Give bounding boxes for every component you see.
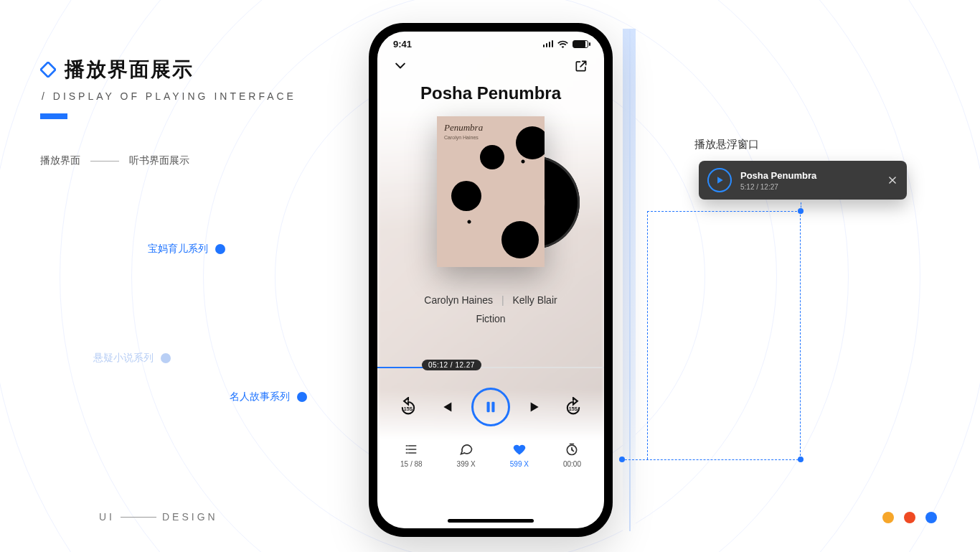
- signal-icon: [543, 40, 554, 47]
- color-chips: [882, 512, 937, 523]
- skip-next-icon: [528, 399, 544, 415]
- author-name: Carolyn Haines: [424, 294, 493, 306]
- forward-15-icon: 15S: [563, 397, 583, 417]
- home-indicator: [448, 519, 534, 523]
- cover-author: Carolyn Haines: [444, 135, 479, 140]
- previous-button[interactable]: [434, 395, 458, 419]
- comments-button[interactable]: 399 X: [457, 442, 476, 468]
- svg-rect-3: [491, 402, 494, 413]
- wifi-icon: [557, 40, 568, 48]
- flower-deco: [501, 221, 539, 258]
- comments-count: 399 X: [457, 460, 476, 468]
- breadcrumb-part: 播放界面: [40, 154, 80, 167]
- status-bar: 9:41: [377, 32, 604, 56]
- dot-icon: [161, 353, 171, 363]
- svg-text:15S: 15S: [569, 406, 578, 411]
- dot-icon: [215, 244, 225, 254]
- narrator-name: Kelly Blair: [512, 294, 557, 306]
- svg-rect-2: [487, 402, 490, 413]
- chevron-down-icon: [393, 59, 407, 73]
- genre-label: Fiction: [377, 313, 604, 324]
- accent-bar: [40, 113, 67, 119]
- svg-rect-0: [41, 62, 56, 78]
- callout-line: [647, 211, 648, 459]
- footer-text: UI: [99, 511, 115, 523]
- page-header: 播放界面展示 / DISPLAY OF PLAYING INTERFACE: [40, 56, 296, 119]
- chip-blue: [925, 512, 937, 523]
- callout-line: [801, 202, 801, 214]
- separator: |: [501, 294, 504, 306]
- flower-deco: [516, 126, 545, 159]
- timer-value: 00:00: [563, 460, 581, 468]
- callout-dot: [798, 208, 804, 214]
- rewind-15-button[interactable]: 15S: [396, 395, 420, 419]
- battery-icon: [573, 40, 588, 48]
- mini-title: Posha Penumbra: [740, 170, 878, 181]
- book-cover: Penumbra Carolyn Haines: [437, 116, 545, 267]
- next-button[interactable]: [524, 395, 548, 419]
- mini-close-button[interactable]: [887, 174, 898, 186]
- clock-icon: [564, 442, 580, 457]
- credits-line: Carolyn Haines | Kelly Blair: [377, 294, 604, 306]
- mini-time: 5:12 / 12:27: [740, 183, 878, 191]
- dot-icon: [297, 392, 307, 402]
- footer-mark: UI DESIGN: [99, 511, 218, 523]
- pause-icon: [483, 399, 499, 415]
- tag-label: 名人故事系列: [230, 390, 290, 403]
- breadcrumb-part: 听书界面展示: [129, 154, 189, 167]
- collapse-button[interactable]: [393, 59, 407, 73]
- bottom-bar: 15 / 88 399 X 599 X 00:00: [377, 426, 604, 468]
- progress-bar[interactable]: 05:12 / 12.27: [377, 362, 604, 373]
- pause-button[interactable]: [471, 388, 510, 426]
- svg-text:15S: 15S: [404, 406, 413, 411]
- flower-deco: [480, 145, 504, 169]
- skip-previous-icon: [438, 399, 454, 415]
- status-time: 9:41: [393, 39, 412, 50]
- artwork-zone: Penumbra Carolyn Haines: [377, 116, 604, 289]
- category-tag: 宝妈育儿系列: [148, 243, 225, 256]
- playlist-count: 15 / 88: [400, 460, 423, 468]
- floating-mini-player[interactable]: Posha Penumbra 5:12 / 12:27: [699, 161, 907, 200]
- tag-label: 宝妈育儿系列: [148, 243, 208, 256]
- close-icon: [887, 175, 897, 185]
- player-topbar: [377, 56, 604, 73]
- chip-orange: [882, 512, 894, 523]
- footer-text: DESIGN: [162, 511, 218, 523]
- flower-deco: [451, 181, 481, 211]
- footer-line: [121, 517, 156, 518]
- page-subtitle: / DISPLAY OF PLAYING INTERFACE: [42, 90, 296, 102]
- replay-15-icon: 15S: [398, 397, 418, 417]
- heart-icon: [512, 442, 527, 457]
- side-line: [629, 29, 631, 531]
- playlist-button[interactable]: 15 / 88: [400, 442, 423, 468]
- cover-title: Penumbra: [444, 122, 483, 134]
- category-tag: 名人故事系列: [230, 390, 307, 403]
- play-icon: [715, 175, 725, 185]
- callout-dot: [798, 457, 804, 462]
- phone-frame: 9:41 Posha Penumbra Penumb: [369, 23, 613, 537]
- breadcrumb: 播放界面 听书界面展示: [40, 154, 189, 167]
- callout-box: [647, 211, 801, 459]
- tag-label: 悬疑小说系列: [93, 352, 154, 365]
- breadcrumb-separator: [90, 161, 119, 162]
- time-badge: 05:12 / 12.27: [422, 360, 481, 370]
- track-title: Posha Penumbra: [377, 83, 604, 103]
- page-title: 播放界面展示: [65, 56, 194, 83]
- share-external-icon: [574, 59, 588, 73]
- player-controls: 15S 15S: [377, 373, 604, 426]
- design-canvas: 播放界面展示 / DISPLAY OF PLAYING INTERFACE 播放…: [0, 0, 980, 552]
- diamond-icon: [40, 62, 56, 78]
- phone-screen: 9:41 Posha Penumbra Penumb: [377, 32, 604, 528]
- mini-play-button[interactable]: [707, 168, 732, 192]
- like-button[interactable]: 599 X: [510, 442, 529, 468]
- chip-red: [904, 512, 915, 523]
- playlist-icon: [403, 442, 419, 457]
- mini-player-text: Posha Penumbra 5:12 / 12:27: [740, 170, 878, 191]
- forward-15-button[interactable]: 15S: [561, 395, 585, 419]
- callout-line: [621, 459, 802, 460]
- likes-count: 599 X: [510, 460, 529, 468]
- share-button[interactable]: [574, 59, 588, 73]
- comment-icon: [458, 442, 474, 457]
- sleep-timer-button[interactable]: 00:00: [563, 442, 581, 468]
- floating-window-label: 播放悬浮窗口: [694, 138, 759, 151]
